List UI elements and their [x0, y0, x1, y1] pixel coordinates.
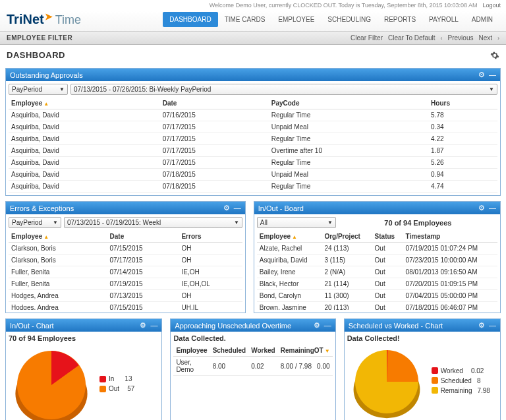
panel-collapse-icon[interactable]: — [150, 321, 157, 330]
logout-link[interactable]: Logout [482, 2, 501, 9]
main-nav: DASHBOARD TIME CARDS EMPLOYEE SCHEDULING… [163, 12, 499, 27]
errors-table: Employee▲ Date Errors Clarkson, Boris07/… [9, 231, 242, 310]
previous-link[interactable]: Previous [448, 34, 474, 42]
panel-collapse-icon[interactable]: — [324, 321, 331, 330]
panel-gear-icon[interactable]: ⚙ [478, 204, 485, 212]
table-row[interactable]: Brown, Jasmine20 (113)Out07/18/2015 06:4… [257, 302, 497, 311]
panel-collapse-icon[interactable]: — [489, 71, 496, 79]
table-row[interactable]: Asquiriba, David07/17/2015Overtime after… [9, 145, 497, 157]
table-row[interactable]: Clarkson, Boris07/15/2015OH [9, 243, 242, 255]
panel-gear-icon[interactable]: ⚙ [223, 204, 230, 212]
col-scheduled[interactable]: Scheduled [210, 345, 249, 357]
panel-gear-icon[interactable]: ⚙ [140, 321, 146, 330]
col-timestamp[interactable]: Timestamp [403, 231, 497, 243]
table-row[interactable]: Hodges, Andrea07/13/2015OH [9, 290, 242, 302]
sched-pie-chart [347, 342, 426, 420]
panel-gear-icon[interactable]: ⚙ [478, 321, 485, 330]
tab-payroll[interactable]: PAYROLL [422, 12, 465, 27]
outstanding-title: Outstanding Approvals [10, 71, 83, 79]
next-icon[interactable]: › [497, 35, 499, 42]
inout-chart-title: In/Out - Chart [10, 322, 54, 330]
errors-title: Errors & Exceptions [10, 204, 74, 212]
errors-period-range-select[interactable]: 07/13/2015 - 07/19/2015: Weekl▼ [64, 217, 242, 228]
employee-filter-label[interactable]: EMPLOYEE FILTER [7, 34, 72, 42]
in-swatch [99, 376, 106, 382]
board-table: Employee▲ Org/Project Status Timestamp A… [257, 231, 497, 310]
col-date[interactable]: Date [107, 231, 179, 243]
worked-swatch [432, 367, 438, 374]
table-row[interactable]: User, Demo 8.00 0.02 8.00 / 7.98 0.00 [173, 357, 332, 376]
col-employee[interactable]: Employee [173, 345, 210, 357]
panel-collapse-icon[interactable]: — [489, 321, 496, 330]
col-employee[interactable]: Employee▲ [9, 231, 107, 243]
col-paycode[interactable]: PayCode [269, 98, 428, 109]
tab-admin[interactable]: ADMIN [465, 12, 499, 27]
table-row[interactable]: Fuller, Benita07/14/2015IE,OH [9, 266, 242, 278]
inout-chart-header: 70 of 94 Employees [9, 334, 159, 342]
table-row[interactable]: Asquiriba, David07/18/2015Unpaid Meal0.9… [9, 169, 497, 181]
table-row[interactable]: Black, Hector21 (114)Out07/20/2015 01:09… [257, 278, 497, 290]
remaining-swatch [432, 387, 438, 394]
table-row[interactable]: Bailey, Irene2 (N/A)Out08/01/2013 09:16:… [257, 266, 497, 278]
next-link[interactable]: Next [478, 34, 492, 42]
panel-collapse-icon[interactable]: — [489, 204, 496, 212]
tab-dashboard[interactable]: DASHBOARD [163, 12, 217, 27]
inout-pie-chart [9, 342, 94, 420]
scheduled-swatch [432, 377, 438, 384]
col-remaining[interactable]: RemainingOT▼ [278, 345, 333, 357]
sched-chart-title: Scheduled vs Worked - Chart [349, 322, 443, 330]
overtime-title: Approaching Unscheduled Overtime [175, 322, 291, 330]
board-summary: 70 of 94 Employees [339, 219, 497, 227]
col-org[interactable]: Org/Project [322, 231, 372, 243]
out-swatch [99, 386, 106, 392]
col-employee[interactable]: Employee▲ [257, 231, 322, 243]
table-row[interactable]: Hodges, Andrea07/15/2015UH,IL [9, 302, 242, 311]
settings-icon[interactable] [490, 51, 499, 60]
sched-chart-status: Data Collected! [347, 334, 497, 342]
tab-timecards[interactable]: TIME CARDS [218, 12, 272, 27]
col-worked[interactable]: Worked [248, 345, 278, 357]
tab-employee[interactable]: EMPLOYEE [271, 12, 321, 27]
table-row[interactable]: Asquiriba, David07/17/2015Unpaid Meal0.3… [9, 121, 497, 133]
logo: TriNet➤ Time [7, 12, 81, 27]
board-filter-select[interactable]: All▼ [257, 217, 336, 228]
payperiod-type-select[interactable]: PayPeriod▼ [9, 84, 68, 95]
page-title: DASHBOARD [7, 50, 65, 60]
board-title: In/Out - Board [258, 204, 304, 212]
table-row[interactable]: Bond, Carolyn11 (300)Out07/04/2015 05:00… [257, 290, 497, 302]
logo-arrow-icon: ➤ [45, 11, 53, 22]
table-row[interactable]: Asquiriba, David07/17/2015Regular Time5.… [9, 157, 497, 169]
table-row[interactable]: Asquiriba, David07/18/2015Regular Time4.… [9, 181, 497, 193]
tab-reports[interactable]: REPORTS [378, 12, 422, 27]
welcome-text: Welcome Demo User, currently CLOCKED OUT… [210, 2, 478, 9]
tab-scheduling[interactable]: SCHEDULING [321, 12, 378, 27]
prev-icon[interactable]: ‹ [441, 35, 443, 42]
errors-period-type-select[interactable]: PayPeriod▼ [9, 217, 61, 228]
outstanding-table: Employee▲ Date PayCode Hours Asquiriba, … [9, 98, 497, 193]
col-date[interactable]: Date [160, 98, 269, 109]
clear-filter-link[interactable]: Clear Filter [351, 34, 383, 42]
overtime-table: Employee Scheduled Worked RemainingOT▼ U… [173, 345, 332, 376]
table-row[interactable]: Fuller, Benita07/19/2015IE,OH,OL [9, 278, 242, 290]
clear-default-link[interactable]: Clear To Default [388, 34, 436, 42]
panel-collapse-icon[interactable]: — [234, 204, 241, 212]
col-hours[interactable]: Hours [428, 98, 497, 109]
col-employee[interactable]: Employee▲ [9, 98, 160, 109]
overtime-status: Data Collected. [173, 334, 332, 342]
table-row[interactable]: Asquiriba, David3 (115)Out07/23/2015 10:… [257, 255, 497, 266]
panel-gear-icon[interactable]: ⚙ [478, 71, 485, 79]
table-row[interactable]: Alzate, Rachel24 (113)Out07/19/2015 01:0… [257, 243, 497, 255]
panel-gear-icon[interactable]: ⚙ [314, 321, 320, 330]
table-row[interactable]: Clarkson, Boris07/17/2015OH [9, 255, 242, 266]
payperiod-range-select[interactable]: 07/13/2015 - 07/26/2015: Bi-Weekly PayPe… [70, 84, 497, 95]
table-row[interactable]: Asquiriba, David07/17/2015Regular Time4.… [9, 133, 497, 145]
col-errors[interactable]: Errors [179, 231, 242, 243]
table-row[interactable]: Asquiriba, David07/16/2015Regular Time5.… [9, 109, 497, 121]
col-status[interactable]: Status [372, 231, 403, 243]
